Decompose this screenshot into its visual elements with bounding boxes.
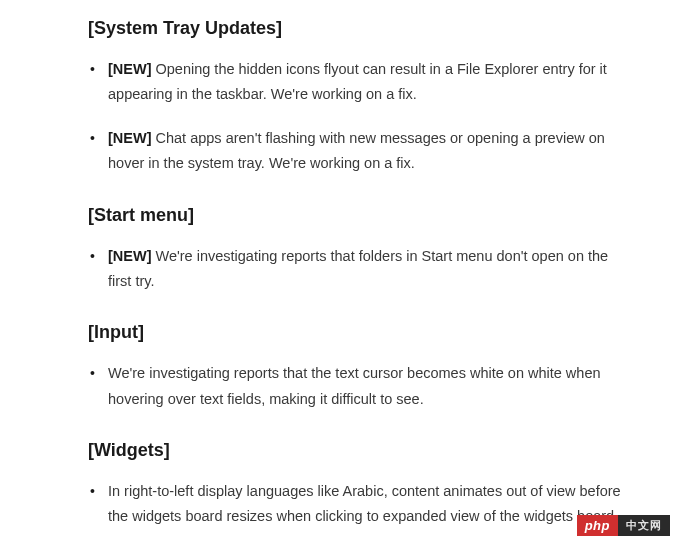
- section-input: [Input] We're investigating reports that…: [88, 322, 626, 412]
- item-text: Chat apps aren't flashing with new messa…: [108, 130, 605, 171]
- watermark-left: php: [577, 515, 618, 536]
- new-tag: [NEW]: [108, 130, 156, 146]
- list-item: [NEW] We're investigating reports that f…: [88, 244, 626, 295]
- item-list: We're investigating reports that the tex…: [88, 361, 626, 412]
- watermark-right: 中文网: [618, 515, 670, 536]
- section-widgets: [Widgets] In right-to-left display langu…: [88, 440, 626, 530]
- item-text: We're investigating reports that folders…: [108, 248, 608, 289]
- item-list: [NEW] We're investigating reports that f…: [88, 244, 626, 295]
- item-text: We're investigating reports that the tex…: [108, 365, 601, 406]
- section-system-tray-updates: [System Tray Updates] [NEW] Opening the …: [88, 18, 626, 177]
- document-content: [System Tray Updates] [NEW] Opening the …: [0, 18, 686, 530]
- item-text: In right-to-left display languages like …: [108, 483, 621, 524]
- list-item: In right-to-left display languages like …: [88, 479, 626, 530]
- section-heading: [System Tray Updates]: [88, 18, 626, 39]
- section-heading: [Widgets]: [88, 440, 626, 461]
- list-item: We're investigating reports that the tex…: [88, 361, 626, 412]
- section-heading: [Input]: [88, 322, 626, 343]
- new-tag: [NEW]: [108, 248, 156, 264]
- section-heading: [Start menu]: [88, 205, 626, 226]
- watermark-badge: php 中文网: [577, 515, 670, 536]
- item-list: In right-to-left display languages like …: [88, 479, 626, 530]
- item-list: [NEW] Opening the hidden icons flyout ca…: [88, 57, 626, 177]
- item-text: Opening the hidden icons flyout can resu…: [108, 61, 607, 102]
- section-start-menu: [Start menu] [NEW] We're investigating r…: [88, 205, 626, 295]
- new-tag: [NEW]: [108, 61, 156, 77]
- list-item: [NEW] Opening the hidden icons flyout ca…: [88, 57, 626, 108]
- list-item: [NEW] Chat apps aren't flashing with new…: [88, 126, 626, 177]
